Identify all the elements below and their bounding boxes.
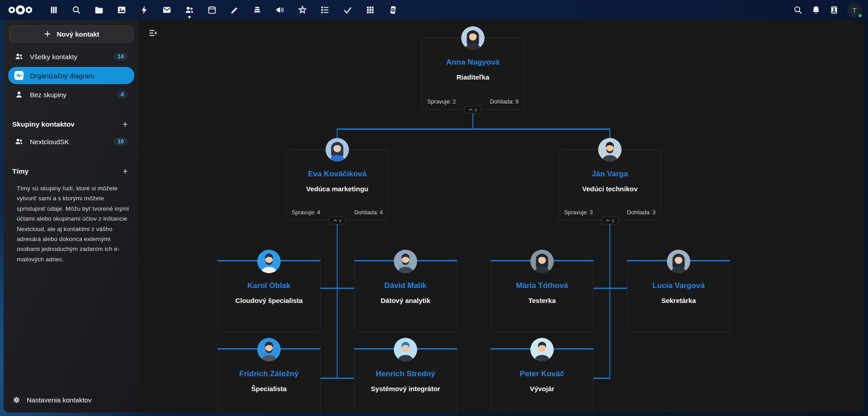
org-node-karol-oblak[interactable]: Karol Oblak Cloudový špecialista <box>217 261 321 332</box>
person-avatar-icon <box>667 250 690 273</box>
person-role: Vývojár <box>491 385 593 392</box>
oversees-count: Dohliada: 3 <box>627 209 656 216</box>
org-node-fridrich-zalozny[interactable]: Fridrich Záložný Špecialista <box>217 349 321 412</box>
org-chart-canvas: Anna Nagyová Riaditeľka Spravuje: 2Dohli… <box>139 20 864 412</box>
calendar-icon[interactable] <box>207 5 217 15</box>
search-icon[interactable] <box>793 5 803 15</box>
contacts-settings-button[interactable]: Nastavenia kontaktov <box>4 388 139 412</box>
contact-book-icon[interactable] <box>829 5 839 15</box>
teams-section-header: Tímy + <box>4 164 139 179</box>
people-icon[interactable] <box>184 5 194 15</box>
person-avatar-icon <box>394 338 417 361</box>
connector-line <box>337 128 338 138</box>
nextcloud-logo[interactable] <box>7 4 33 16</box>
org-node-jan-varga[interactable]: Ján Varga Vedúci technikov Spravuje: 3Do… <box>558 149 661 221</box>
person-role: Vedúci technikov <box>559 185 661 193</box>
groups-section-header: Skupiny kontaktov + <box>4 117 139 132</box>
magnifier-icon[interactable] <box>71 5 81 15</box>
sidebar-item-label: Bez skupiny <box>30 91 66 99</box>
card-icon[interactable] <box>388 5 398 15</box>
user-avatar[interactable]: T <box>847 3 862 17</box>
org-node-henrich-stredny[interactable]: Henrich Stredný Systémový integrátor <box>354 349 457 412</box>
org-node-eva-kovacikova[interactable]: Eva Kováčiková Vedúca marketingu Spravuj… <box>286 149 389 221</box>
star-icon[interactable] <box>297 5 307 15</box>
person-name: Ján Varga <box>559 170 661 179</box>
connector-line <box>609 224 610 378</box>
top-navigation-bar: T <box>0 0 868 20</box>
collapse-sidebar-icon[interactable] <box>146 26 160 40</box>
add-team-button[interactable]: + <box>119 165 132 178</box>
app-icon-row <box>49 5 398 15</box>
org-node-maria-tothova[interactable]: Mária Tóthová Testerka <box>491 261 594 332</box>
bullet-list-icon[interactable] <box>320 5 330 15</box>
oversees-count: Dohliada: 9 <box>490 99 519 105</box>
connector-line <box>472 112 473 129</box>
org-node-anna-nagyova[interactable]: Anna Nagyová Riaditeľka Spravuje: 2Dohli… <box>421 38 524 110</box>
person-name: Karol Oblak <box>218 281 320 290</box>
stack-icon[interactable] <box>252 5 262 15</box>
person-icon <box>14 90 24 99</box>
groups-header-label: Skupiny kontaktov <box>12 120 119 128</box>
new-contact-label: Nový kontakt <box>57 30 99 38</box>
children-count: 4 <box>339 218 341 223</box>
sidebar-item-label: Všetky kontakty <box>30 53 77 61</box>
person-avatar-icon <box>598 138 622 161</box>
person-name: Anna Nagyová <box>422 58 524 67</box>
person-role: Sekretárka <box>627 297 730 304</box>
children-count: 2 <box>475 107 477 112</box>
person-name: Eva Kováčiková <box>286 170 388 179</box>
person-role: Dátový analytik <box>354 297 457 304</box>
sidebar-item-label: NextcloudSK <box>30 138 69 146</box>
pencil-icon[interactable] <box>230 5 240 15</box>
sidebar-item-group-nextcloudsk[interactable]: NextcloudSK 10 <box>8 133 134 150</box>
grid-icon[interactable] <box>365 5 375 15</box>
checkmark-icon[interactable] <box>343 5 353 15</box>
manages-count: Spravuje: 2 <box>427 99 456 105</box>
folder-icon[interactable] <box>94 5 104 15</box>
person-name: Henrich Stredný <box>354 369 457 378</box>
envelope-icon[interactable] <box>162 5 172 15</box>
sidebar-item-all-contacts[interactable]: Všetky kontakty 14 <box>8 48 134 65</box>
org-node-david-malik[interactable]: Dávid Malík Dátový analytik <box>354 261 457 332</box>
connector-line <box>337 128 610 130</box>
person-avatar-icon <box>257 250 281 273</box>
oversees-count: Dohliada: 4 <box>354 209 383 216</box>
gear-icon <box>12 395 21 404</box>
topbar-right-actions: T <box>793 3 868 17</box>
person-avatar-icon <box>461 26 485 50</box>
org-node-peter-kovac[interactable]: Peter Kováč Vývojár <box>491 349 594 412</box>
person-avatar-icon <box>394 250 417 273</box>
sidebar-item-no-group[interactable]: Bez skupiny 4 <box>8 86 134 103</box>
people-icon <box>14 52 24 61</box>
collapse-children-button[interactable]: 2 <box>464 106 481 113</box>
add-group-button[interactable]: + <box>119 118 132 131</box>
person-role: Špecialista <box>218 385 320 392</box>
online-status-dot <box>858 13 863 18</box>
columns-icon[interactable] <box>49 5 59 15</box>
person-role: Testerka <box>491 297 593 304</box>
person-name: Fridrich Záložný <box>218 369 320 378</box>
connector-line <box>594 378 610 379</box>
megaphone-icon[interactable] <box>275 5 285 15</box>
person-role: Cloudový špecialista <box>218 297 320 304</box>
collapse-children-button[interactable]: 4 <box>329 217 346 224</box>
user-avatar-initial: T <box>852 6 856 14</box>
collapse-children-button[interactable]: 3 <box>601 217 618 224</box>
sidebar-item-org-chart[interactable]: Organizačný diagram <box>8 67 134 84</box>
bell-icon[interactable] <box>811 5 821 15</box>
org-node-lucia-vargova[interactable]: Lucia Vargová Sekretárka <box>627 261 730 332</box>
person-role: Riaditeľka <box>422 73 524 81</box>
image-icon[interactable] <box>117 5 127 15</box>
person-role: Vedúca marketingu <box>286 185 388 193</box>
person-name: Peter Kováč <box>491 369 593 378</box>
connector-line <box>321 378 354 379</box>
active-app-dot <box>189 16 191 18</box>
children-count: 3 <box>612 218 614 223</box>
person-name: Mária Tóthová <box>491 281 593 290</box>
bolt-icon[interactable] <box>139 5 149 15</box>
person-avatar-icon <box>530 338 554 361</box>
teams-description: Tímy sú skupiny ľudí, ktoré si môžete vy… <box>17 184 131 265</box>
new-contact-button[interactable]: Nový kontakt <box>9 25 133 43</box>
person-role: Systémový integrátor <box>354 385 457 392</box>
count-badge: 14 <box>113 52 128 61</box>
